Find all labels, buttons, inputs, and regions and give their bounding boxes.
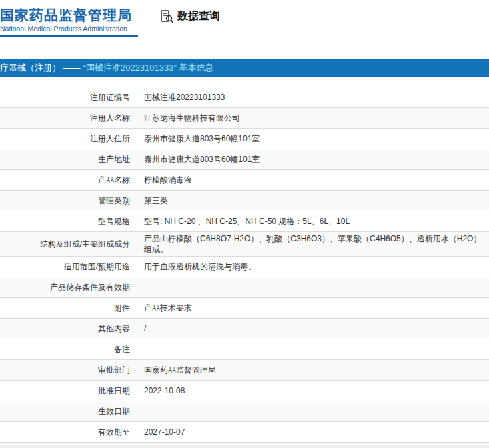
banner-registration-number: “国械注准20223101333” 基本信息 — [83, 62, 214, 74]
row-value: 第三类 — [137, 191, 489, 211]
row-value: 国械注准20223101333 — [137, 87, 489, 108]
logo: 国家药品监督管理局 National Medical Products Admi… — [0, 7, 138, 37]
table-row: 其他内容/ — [0, 319, 489, 339]
row-label: 型号规格 — [0, 211, 137, 232]
table-row: 适用范围/预期用途用于血液透析机的清洗与消毒。 — [0, 257, 489, 277]
table-row: 产品名称柠檬酸消毒液 — [0, 170, 489, 191]
row-label: 产品名称 — [0, 170, 137, 191]
row-value: 型号: NH C-20 、NH C-25、NH C-50 规格：5L、6L、10… — [137, 211, 489, 232]
table-row: 有效期至2027-10-07 — [0, 422, 489, 443]
row-value: 产品由柠檬酸（C6H8O7·H2O）、乳酸（C3H6O3）、苹果酸（C4H6O5… — [137, 232, 489, 257]
table-row: 注册人名称江苏纳海生物科技有限公司 — [0, 108, 489, 129]
row-label: 其他内容 — [0, 319, 137, 339]
row-label: 产品储存条件及有效期 — [0, 277, 137, 298]
row-label: 附件 — [0, 298, 137, 319]
table-row: 注册人住所泰州市健康大道803号60幢101室 — [0, 129, 489, 149]
table-row: 型号规格型号: NH C-20 、NH C-25、NH C-50 规格：5L、6… — [0, 211, 489, 232]
row-label: 批准日期 — [0, 381, 137, 401]
row-label: 生产地址 — [0, 149, 137, 170]
site-title: 国家药品监督管理局 — [0, 7, 138, 23]
row-value — [137, 401, 489, 422]
row-label: 有效期至 — [0, 422, 137, 443]
row-label: 生效日期 — [0, 401, 137, 422]
table-row: 批准日期2022-10-08 — [0, 381, 489, 401]
row-value: 柠檬酸消毒液 — [137, 170, 489, 191]
row-value: 国家药品监督管理局 — [137, 360, 489, 381]
row-value: 2022-10-08 — [137, 381, 489, 401]
data-query-nav[interactable]: 数据查询 — [160, 9, 220, 23]
breadcrumb-banner: 疗器械（注册） —— “国械注准20223101333” 基本信息 — [0, 59, 489, 77]
row-label: 管理类别 — [0, 191, 137, 211]
row-value: 产品技术要求 — [137, 298, 489, 319]
row-value: 江苏纳海生物科技有限公司 — [137, 108, 489, 129]
table-row: 结构及组成/主要组成成分产品由柠檬酸（C6H8O7·H2O）、乳酸（C3H6O3… — [0, 232, 489, 257]
row-value — [137, 277, 489, 298]
table-row: 注册证编号国械注准20223101333 — [0, 87, 489, 108]
table-row: 产品储存条件及有效期 — [0, 277, 489, 298]
row-label: 审批部门 — [0, 360, 137, 381]
site-subtitle: National Medical Products Administration — [0, 25, 138, 33]
row-label: 结构及组成/主要组成成分 — [0, 232, 137, 257]
site-header: 国家药品监督管理局 National Medical Products Admi… — [0, 0, 489, 59]
table-row: 管理类别第三类 — [0, 191, 489, 211]
data-query-label: 数据查询 — [177, 9, 220, 23]
row-value: 2027-10-07 — [137, 422, 489, 443]
row-value: / — [137, 319, 489, 339]
banner-prefix: 疗器械（注册） —— — [0, 62, 81, 74]
table-row: 备注 — [0, 339, 489, 360]
row-value: 用于血液透析机的清洗与消毒。 — [137, 257, 489, 277]
row-value: 泰州市健康大道803号60幢101室 — [137, 129, 489, 149]
footer-strip — [0, 445, 489, 448]
row-value: 泰州市健康大道803号60幢101室 — [137, 149, 489, 170]
table-row: 生效日期 — [0, 401, 489, 422]
row-label: 适用范围/预期用途 — [0, 257, 137, 277]
table-row: 生产地址泰州市健康大道803号60幢101室 — [0, 149, 489, 170]
row-label: 注册人名称 — [0, 108, 137, 129]
info-table-wrap: 注册证编号国械注准20223101333注册人名称江苏纳海生物科技有限公司注册人… — [0, 87, 489, 448]
table-row: 附件产品技术要求 — [0, 298, 489, 319]
data-query-icon — [160, 9, 174, 23]
table-row: 审批部门国家药品监督管理局 — [0, 360, 489, 381]
row-label: 注册证编号 — [0, 87, 137, 108]
row-label: 注册人住所 — [0, 129, 137, 149]
logo-underline — [0, 35, 138, 37]
info-table: 注册证编号国械注准20223101333注册人名称江苏纳海生物科技有限公司注册人… — [0, 87, 489, 448]
row-value — [137, 339, 489, 360]
row-label: 备注 — [0, 339, 137, 360]
info-table-body: 注册证编号国械注准20223101333注册人名称江苏纳海生物科技有限公司注册人… — [0, 87, 489, 448]
